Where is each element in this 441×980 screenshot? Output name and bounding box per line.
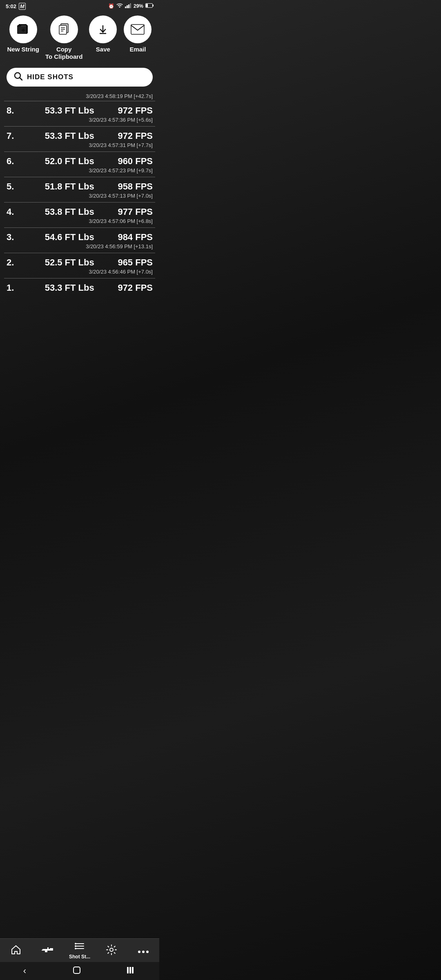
- search-icon: [14, 72, 23, 82]
- shot-number: 5.: [7, 181, 21, 192]
- shot-fps: 972 FPS: [118, 131, 153, 141]
- shot-energy: 53.3 FT Lbs: [21, 283, 118, 293]
- status-bar: 5:02 M ⏰ 29%: [0, 0, 159, 11]
- shot-number: 8.: [7, 105, 21, 116]
- shot-energy: 53.3 FT Lbs: [21, 131, 118, 141]
- shot-fps: 977 FPS: [118, 207, 153, 217]
- status-right: ⏰ 29%: [108, 3, 154, 9]
- alarm-icon: ⏰: [108, 3, 114, 9]
- svg-rect-2: [128, 4, 129, 8]
- svg-rect-13: [59, 25, 67, 34]
- svg-rect-6: [146, 4, 148, 7]
- shot-timestamp: 3/20/23 4:57:23 PM [+9.7s]: [7, 167, 153, 176]
- svg-rect-0: [125, 7, 126, 8]
- header-timestamp: 3/20/23 4:58:19 PM [+42.7s]: [4, 91, 155, 101]
- signal-icon: [125, 3, 131, 9]
- shot-row[interactable]: 1. 53.3 FT Lbs 972 FPS: [4, 278, 155, 295]
- shot-energy: 53.3 FT Lbs: [21, 105, 118, 116]
- shot-timestamp: 3/20/23 4:57:06 PM [+6.8s]: [7, 218, 153, 227]
- new-string-button[interactable]: New String: [7, 16, 39, 53]
- shot-timestamp: 3/20/23 4:56:59 PM [+13.1s]: [7, 243, 153, 252]
- svg-line-21: [20, 78, 22, 80]
- shot-timestamp: 3/20/23 4:57:31 PM [+7.7s]: [7, 142, 153, 151]
- svg-rect-5: [153, 4, 154, 7]
- status-time: 5:02: [6, 3, 16, 9]
- battery-icon: [145, 3, 154, 9]
- gmail-icon: M: [19, 3, 26, 10]
- svg-rect-3: [130, 3, 131, 8]
- shot-timestamp: 3/20/23 4:57:13 PM [+7.0s]: [7, 193, 153, 201]
- shot-timestamp: 3/20/23 4:57:36 PM [+5.6s]: [7, 117, 153, 125]
- shot-row[interactable]: 5. 51.8 FT Lbs 958 FPS 3/20/23 4:57:13 P…: [4, 177, 155, 202]
- shot-row[interactable]: 2. 52.5 FT Lbs 965 FPS 3/20/23 4:56:46 P…: [4, 253, 155, 278]
- copy-clipboard-button[interactable]: CopyTo Clipboard: [45, 16, 82, 60]
- copy-clipboard-label: CopyTo Clipboard: [45, 46, 82, 60]
- shot-number: 4.: [7, 207, 21, 217]
- shot-energy: 52.0 FT Lbs: [21, 156, 118, 167]
- copy-clipboard-icon-circle: [50, 16, 78, 43]
- svg-rect-19: [131, 24, 144, 34]
- new-string-icon-circle: [9, 16, 37, 43]
- wifi-icon: [116, 3, 123, 9]
- shot-row[interactable]: 6. 52.0 FT Lbs 960 FPS 3/20/23 4:57:23 P…: [4, 151, 155, 177]
- shot-energy: 52.5 FT Lbs: [21, 257, 118, 268]
- save-label: Save: [96, 46, 110, 53]
- shot-fps: 984 FPS: [118, 232, 153, 243]
- shot-timestamp: 3/20/23 4:56:46 PM [+7.0s]: [7, 269, 153, 277]
- shot-row[interactable]: 3. 54.6 FT Lbs 984 FPS 3/20/23 4:56:59 P…: [4, 227, 155, 253]
- shot-fps: 972 FPS: [118, 283, 153, 293]
- shot-row[interactable]: 8. 53.3 FT Lbs 972 FPS 3/20/23 4:57:36 P…: [4, 101, 155, 126]
- shot-number: 3.: [7, 232, 21, 243]
- email-label: Email: [129, 46, 146, 53]
- save-icon-circle: [89, 16, 117, 43]
- hide-shots-button[interactable]: HIDE SHOTS: [7, 68, 153, 87]
- email-button[interactable]: Email: [123, 16, 152, 53]
- battery-text: 29%: [134, 3, 143, 9]
- shots-list: 3/20/23 4:58:19 PM [+42.7s] 8. 53.3 FT L…: [0, 91, 159, 295]
- new-string-label: New String: [7, 46, 39, 53]
- shot-fps: 960 FPS: [118, 156, 153, 167]
- shot-fps: 965 FPS: [118, 257, 153, 268]
- shot-number: 1.: [7, 283, 21, 293]
- shot-fps: 958 FPS: [118, 181, 153, 192]
- shot-number: 6.: [7, 156, 21, 167]
- save-button[interactable]: Save: [89, 16, 117, 53]
- shot-number: 2.: [7, 257, 21, 268]
- shot-row[interactable]: 4. 53.8 FT Lbs 977 FPS 3/20/23 4:57:06 P…: [4, 202, 155, 227]
- status-left: 5:02 M: [6, 3, 26, 10]
- email-icon-circle: [124, 16, 151, 43]
- shot-energy: 54.6 FT Lbs: [21, 232, 118, 243]
- shot-fps: 972 FPS: [118, 105, 153, 116]
- shot-number: 7.: [7, 131, 21, 141]
- action-buttons-row: New String CopyTo Clipboard Save: [0, 11, 159, 66]
- hide-shots-text: HIDE SHOTS: [27, 73, 74, 81]
- shot-row[interactable]: 7. 53.3 FT Lbs 972 FPS 3/20/23 4:57:31 P…: [4, 126, 155, 151]
- shot-energy: 51.8 FT Lbs: [21, 181, 118, 192]
- shot-energy: 53.8 FT Lbs: [21, 207, 118, 217]
- svg-rect-1: [127, 5, 128, 8]
